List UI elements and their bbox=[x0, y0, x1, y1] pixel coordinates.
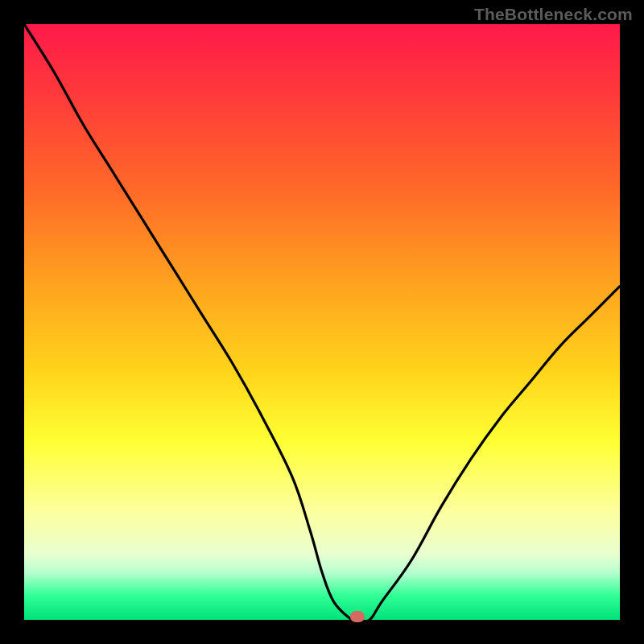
plot-area bbox=[24, 24, 620, 620]
curve-svg bbox=[24, 24, 620, 620]
chart-stage: TheBottleneck.com bbox=[0, 0, 644, 644]
bottleneck-curve bbox=[24, 24, 620, 620]
watermark-label: TheBottleneck.com bbox=[474, 5, 633, 24]
min-marker bbox=[350, 611, 365, 622]
